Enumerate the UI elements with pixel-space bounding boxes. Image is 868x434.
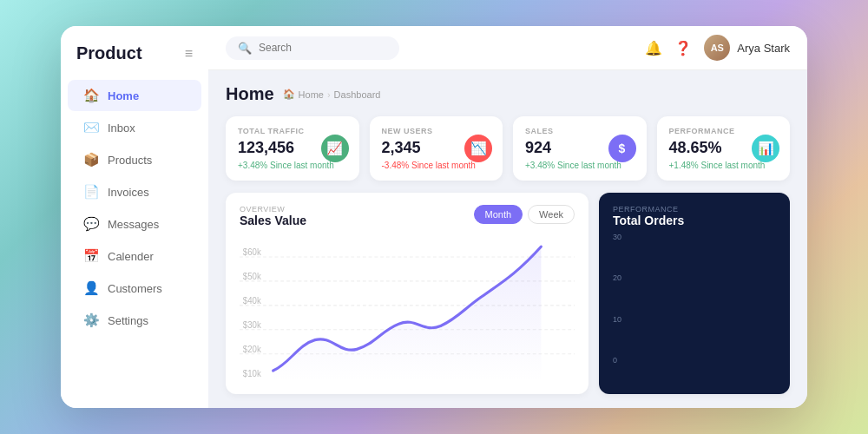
- svg-text:$30k: $30k: [243, 319, 262, 330]
- orders-chart-titles: PERFORMANCE Total Orders: [613, 205, 684, 227]
- invoices-icon: 📄: [83, 184, 99, 200]
- sidebar-label-inbox: Inbox: [108, 122, 135, 135]
- topbar: 🔍 🔔 ❓ AS Arya Stark: [208, 26, 807, 70]
- svg-text:$50k: $50k: [243, 271, 262, 281]
- page-content: Home 🏠 Home › Dashboard TOTAL TRAFFIC 12…: [208, 70, 807, 408]
- sales-chart-overview-label: OVERVIEW: [240, 205, 306, 214]
- page-title: Home: [226, 84, 274, 104]
- sidebar-label-products: Products: [108, 154, 152, 167]
- svg-text:$10k: $10k: [243, 368, 262, 378]
- sidebar-item-settings[interactable]: ⚙️ Settings: [68, 305, 201, 336]
- line-chart-area: $60k $50k $40k $30k $20k $10k: [240, 233, 575, 382]
- user-avatar-area[interactable]: AS Arya Stark: [704, 35, 790, 61]
- customers-icon: 👤: [83, 280, 99, 296]
- stats-row: TOTAL TRAFFIC 123,456 +3.48% Since last …: [226, 116, 790, 181]
- search-input[interactable]: [259, 42, 387, 54]
- svg-text:$40k: $40k: [243, 295, 262, 306]
- sales-chart-title: Sales Value: [240, 214, 306, 227]
- stat-card-sales: SALES 924 +3.48% Since last month $: [513, 116, 647, 181]
- notification-icon[interactable]: 🔔: [645, 40, 662, 56]
- inbox-icon: ✉️: [83, 120, 99, 135]
- home-icon: 🏠: [83, 88, 99, 103]
- stat-card-users: NEW USERS 2,345 -3.48% Since last month …: [370, 116, 503, 181]
- sidebar-label-settings: Settings: [108, 314, 148, 327]
- user-name: Arya Stark: [737, 42, 790, 55]
- breadcrumb-home: Home: [299, 89, 324, 100]
- sidebar-item-invoices[interactable]: 📄 Invoices: [68, 176, 201, 207]
- sales-chart-header: OVERVIEW Sales Value Month Week: [240, 205, 575, 227]
- help-icon[interactable]: ❓: [674, 40, 692, 56]
- sales-chart-titles: OVERVIEW Sales Value: [240, 205, 306, 227]
- products-icon: 📦: [83, 152, 99, 168]
- breadcrumb: 🏠 Home › Dashboard: [283, 89, 381, 100]
- stat-change-users: -3.48% Since last month: [382, 161, 491, 170]
- sidebar-label-messages: Messages: [108, 218, 159, 231]
- sales-chart-card: OVERVIEW Sales Value Month Week: [226, 193, 589, 394]
- orders-chart-header: PERFORMANCE Total Orders: [613, 205, 776, 227]
- stat-card-traffic: TOTAL TRAFFIC 123,456 +3.48% Since last …: [226, 116, 359, 181]
- sidebar-item-messages[interactable]: 💬 Messages: [68, 208, 201, 240]
- stat-icon-performance: 📊: [752, 135, 779, 162]
- sidebar: Product ≡ 🏠 Home ✉️ Inbox 📦 Products 📄 I…: [61, 26, 208, 408]
- breadcrumb-sep: ›: [327, 89, 331, 100]
- sales-chart-tabs: Month Week: [474, 205, 575, 224]
- orders-chart-card: PERFORMANCE Total Orders 30 20 10 0: [599, 193, 790, 394]
- page-header: Home 🏠 Home › Dashboard: [226, 84, 790, 104]
- tab-month[interactable]: Month: [474, 205, 523, 224]
- sidebar-label-calender: Calender: [108, 250, 154, 263]
- stat-change-traffic: +3.48% Since last month: [238, 161, 347, 170]
- app-window: Product ≡ 🏠 Home ✉️ Inbox 📦 Products 📄 I…: [61, 26, 807, 408]
- sidebar-brand: Product ≡: [61, 26, 208, 72]
- tab-week[interactable]: Week: [528, 205, 575, 224]
- line-chart-svg: $60k $50k $40k $30k $20k $10k: [240, 233, 575, 382]
- stat-change-sales: +3.48% Since last month: [525, 161, 635, 170]
- charts-row: OVERVIEW Sales Value Month Week: [226, 193, 790, 394]
- sidebar-label-home: Home: [108, 89, 139, 102]
- main-area: 🔍 🔔 ❓ AS Arya Stark Home 🏠 Home ›: [208, 26, 807, 408]
- svg-text:$60k: $60k: [243, 247, 262, 257]
- svg-text:$20k: $20k: [243, 344, 262, 354]
- stat-icon-sales: $: [608, 135, 636, 162]
- settings-icon: ⚙️: [83, 312, 99, 328]
- orders-chart-title: Total Orders: [613, 214, 684, 227]
- sidebar-item-inbox[interactable]: ✉️ Inbox: [68, 112, 201, 143]
- brand-title: Product: [76, 43, 142, 63]
- stat-icon-traffic: 📈: [321, 135, 349, 162]
- messages-icon: 💬: [83, 216, 99, 232]
- sidebar-item-calender[interactable]: 📅 Calender: [68, 240, 201, 272]
- stat-change-performance: +1.48% Since last month: [669, 161, 779, 170]
- topbar-right: 🔔 ❓ AS Arya Stark: [645, 35, 790, 61]
- bar-chart-area: [613, 236, 776, 382]
- sidebar-nav: 🏠 Home ✉️ Inbox 📦 Products 📄 Invoices 💬 …: [61, 72, 208, 408]
- sidebar-item-home[interactable]: 🏠 Home: [68, 80, 201, 111]
- sidebar-label-customers: Customers: [108, 282, 162, 295]
- search-box[interactable]: 🔍: [226, 36, 399, 60]
- search-icon: 🔍: [238, 42, 252, 55]
- stat-icon-users: 📉: [464, 135, 492, 162]
- orders-chart-perf-label: PERFORMANCE: [613, 205, 684, 214]
- sidebar-item-customers[interactable]: 👤 Customers: [68, 273, 201, 304]
- breadcrumb-home-icon: 🏠: [283, 89, 295, 100]
- breadcrumb-dashboard: Dashboard: [334, 89, 381, 100]
- sidebar-item-products[interactable]: 📦 Products: [68, 144, 201, 175]
- stat-card-performance: PERFORMANCE 48.65% +1.48% Since last mon…: [657, 116, 791, 181]
- sidebar-label-invoices: Invoices: [108, 186, 149, 199]
- hamburger-icon[interactable]: ≡: [185, 46, 193, 62]
- calender-icon: 📅: [83, 248, 99, 264]
- avatar: AS: [704, 35, 730, 61]
